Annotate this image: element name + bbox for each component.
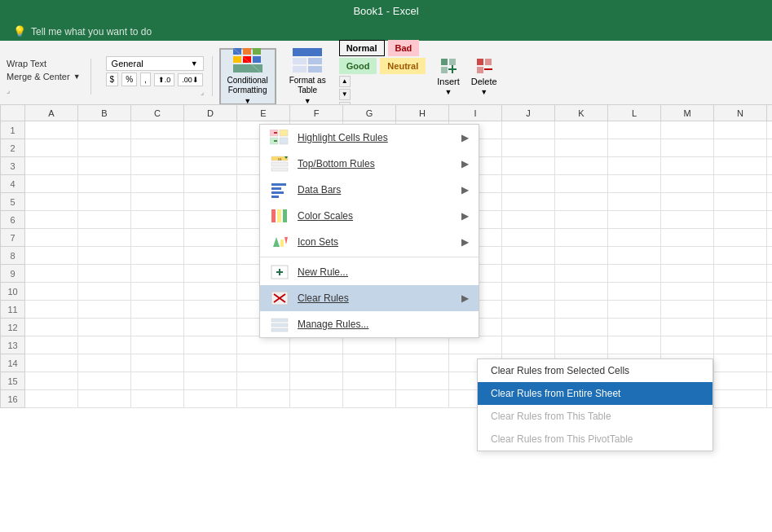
cell[interactable] [661,175,714,193]
cell[interactable] [555,175,608,193]
cell[interactable] [396,336,449,354]
cell[interactable] [78,139,131,157]
cell[interactable] [78,390,131,408]
cell[interactable] [78,157,131,175]
cell[interactable] [661,193,714,211]
cell[interactable] [767,301,773,319]
cell[interactable] [661,229,714,247]
cell[interactable] [767,372,773,390]
cell[interactable] [131,265,184,283]
cell[interactable] [290,372,343,390]
clear-selected-cells[interactable]: Clear Rules from Selected Cells [478,359,712,382]
cell[interactable] [184,372,237,390]
cell[interactable] [661,121,714,139]
cell[interactable] [714,283,767,301]
format-as-table-button[interactable]: Format asTable ▼ [283,48,333,105]
cell[interactable] [555,157,608,175]
cell[interactable] [661,139,714,157]
wrap-text-button[interactable]: Wrap Text [7,59,81,68]
cell[interactable] [714,157,767,175]
menu-item-data-bars[interactable]: Data Bars ▶ [260,177,479,203]
cell[interactable] [343,354,396,372]
menu-item-new-rule[interactable]: New Rule... [260,259,479,285]
col-header-l[interactable]: L [608,105,661,121]
cell[interactable] [661,301,714,319]
cell[interactable] [290,336,343,354]
cell[interactable] [131,157,184,175]
cell[interactable] [608,301,661,319]
cell[interactable] [25,247,78,265]
percent-button[interactable]: % [121,73,137,86]
cell[interactable] [78,229,131,247]
cell[interactable] [608,283,661,301]
cell[interactable] [502,211,555,229]
cell[interactable] [184,175,237,193]
cell[interactable] [25,390,78,408]
cell[interactable] [184,265,237,283]
cell[interactable] [184,193,237,211]
insert-button[interactable]: Insert ▼ [432,54,465,99]
cell[interactable] [184,319,237,336]
cell[interactable] [184,121,237,139]
col-header-h[interactable]: H [396,105,449,121]
cell[interactable] [184,301,237,319]
cell[interactable] [608,247,661,265]
col-header-g[interactable]: G [343,105,396,121]
cell[interactable] [131,372,184,390]
cell[interactable] [131,301,184,319]
cell[interactable] [714,211,767,229]
cell[interactable] [608,319,661,336]
cell[interactable] [78,283,131,301]
cell[interactable] [767,336,773,354]
col-header-b[interactable]: B [78,105,131,121]
cell[interactable] [502,229,555,247]
cell[interactable] [608,139,661,157]
cell[interactable] [78,354,131,372]
col-header-k[interactable]: K [555,105,608,121]
cell[interactable] [78,319,131,336]
cell[interactable] [714,229,767,247]
menu-item-icon-sets[interactable]: Icon Sets ▶ [260,229,479,255]
cell[interactable] [555,193,608,211]
cell[interactable] [25,211,78,229]
neutral-style[interactable]: Neutral [380,58,426,74]
cell[interactable] [502,157,555,175]
cell[interactable] [767,319,773,336]
cell[interactable] [608,121,661,139]
col-header-m[interactable]: M [661,105,714,121]
cell[interactable] [714,354,767,372]
cell[interactable] [25,301,78,319]
cell[interactable] [25,229,78,247]
cell[interactable] [25,283,78,301]
cell[interactable] [78,301,131,319]
cell[interactable] [25,193,78,211]
cell[interactable] [608,175,661,193]
col-header-d[interactable]: D [184,105,237,121]
cell[interactable] [661,157,714,175]
col-header-e[interactable]: E [237,105,290,121]
menu-item-highlight-cells[interactable]: Highlight Cells Rules ▶ [260,125,479,151]
cell[interactable] [608,211,661,229]
cell[interactable] [714,175,767,193]
cell[interactable] [131,354,184,372]
scroll-up-icon[interactable]: ▲ [339,76,351,87]
menu-item-top-bottom[interactable]: 10 Top/Bottom Rules ▶ [260,151,479,177]
cell[interactable] [608,229,661,247]
cell[interactable] [555,229,608,247]
cell[interactable] [555,265,608,283]
cell[interactable] [608,336,661,354]
col-header-i[interactable]: I [449,105,502,121]
number-expand[interactable]: ⌟ [201,88,204,96]
cell[interactable] [131,390,184,408]
cell[interactable] [661,283,714,301]
cell[interactable] [78,175,131,193]
cell[interactable] [131,247,184,265]
cell[interactable] [184,211,237,229]
col-header-c[interactable]: C [131,105,184,121]
merge-center-button[interactable]: Merge & Center ▼ [7,72,81,81]
cell[interactable] [78,265,131,283]
cell[interactable] [184,283,237,301]
cell[interactable] [290,390,343,408]
cell[interactable] [714,139,767,157]
dollar-button[interactable]: $ [106,73,119,86]
